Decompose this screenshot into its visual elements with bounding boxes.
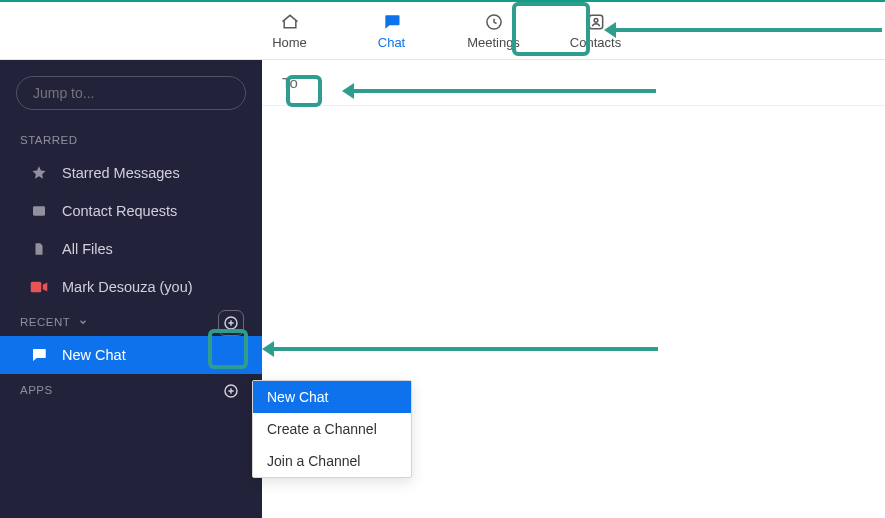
svg-rect-4 [31,282,42,293]
sidebar-item-label: All Files [62,241,113,257]
nav-meetings-label: Meetings [467,35,520,50]
annotation-arrow [346,89,656,93]
annotation-arrow [266,347,658,351]
section-apps-title: APPS [0,374,262,404]
sidebar-item-label: New Chat [62,347,126,363]
compose-to-label: To [282,74,298,91]
home-icon [279,11,301,33]
compose-to-row[interactable]: To [262,60,885,106]
section-apps-label: APPS [20,384,53,396]
nav-chat-label: Chat [378,35,405,50]
nav-home[interactable]: Home [253,2,327,59]
section-starred-label: STARRED [20,134,78,146]
menu-item-label: Join a Channel [267,453,360,469]
clock-icon [483,11,505,33]
chat-bubble-icon [30,346,48,364]
star-icon [30,164,48,182]
chevron-down-icon[interactable] [78,317,88,327]
nav-meetings[interactable]: Meetings [457,2,531,59]
sidebar-item-all-files[interactable]: All Files [0,230,262,268]
sidebar: STARRED Starred Messages Contact Request… [0,60,262,518]
person-card-icon [30,202,48,220]
svg-rect-3 [33,206,45,215]
menu-new-chat[interactable]: New Chat [253,381,411,413]
video-icon [30,278,48,296]
section-recent-title: RECENT [0,306,262,336]
menu-item-label: New Chat [267,389,328,405]
recent-context-menu: New Chat Create a Channel Join a Channel [252,380,412,478]
menu-create-channel[interactable]: Create a Channel [253,413,411,445]
section-recent-label: RECENT [20,316,70,328]
nav-chat[interactable]: Chat [355,2,429,59]
section-starred-title: STARRED [0,124,262,154]
menu-item-label: Create a Channel [267,421,377,437]
nav-home-label: Home [272,35,307,50]
jump-to-input[interactable] [16,76,246,110]
menu-join-channel[interactable]: Join a Channel [253,445,411,477]
sidebar-item-label: Starred Messages [62,165,180,181]
sidebar-item-label: Mark Desouza (you) [62,279,193,295]
sidebar-item-self[interactable]: Mark Desouza (you) [0,268,262,306]
file-icon [30,240,48,258]
chat-icon [381,11,403,33]
sidebar-item-starred-messages[interactable]: Starred Messages [0,154,262,192]
sidebar-item-new-chat[interactable]: New Chat [0,336,262,374]
add-apps-button[interactable] [218,378,244,404]
add-recent-button[interactable] [218,310,244,336]
sidebar-item-contact-requests[interactable]: Contact Requests [0,192,262,230]
annotation-arrow [608,28,882,32]
sidebar-item-label: Contact Requests [62,203,177,219]
